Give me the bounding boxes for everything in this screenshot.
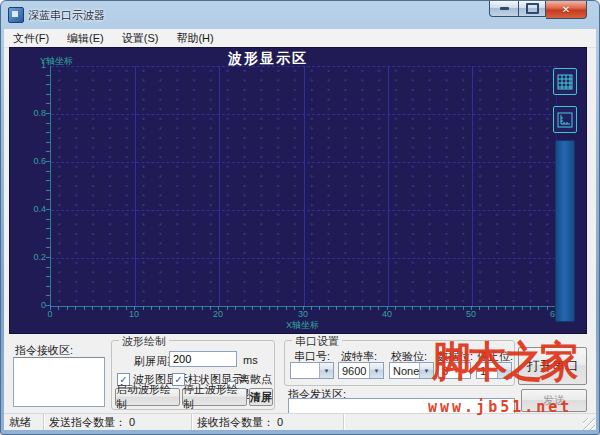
client-area: 文件(F) 编辑(E) 设置(S) 帮助(H) 波形显示区 Y轴坐标 (4, 29, 596, 430)
close-icon: ✕ (562, 4, 570, 15)
stop-bits-select[interactable]: 1 ▼ (476, 362, 512, 379)
menu-bar: 文件(F) 编辑(E) 设置(S) 帮助(H) (4, 29, 596, 48)
y-tick: 0.4 (18, 204, 46, 214)
clear-screen-button[interactable]: 清屏 (249, 388, 273, 406)
grid-hline (51, 162, 556, 163)
chevron-down-icon: ▼ (319, 363, 333, 378)
x-tick: 50 (456, 309, 486, 319)
maximize-button[interactable] (519, 1, 546, 17)
grid-icon (557, 74, 573, 90)
grid-vline (388, 66, 389, 306)
y-tick: 0.2 (18, 252, 46, 262)
grid-vline (304, 66, 305, 306)
x-tick: 30 (288, 309, 318, 319)
refresh-period-input[interactable] (169, 351, 237, 367)
app-icon (8, 7, 24, 23)
menu-help[interactable]: 帮助(H) (167, 29, 222, 48)
com-port-select[interactable]: ▼ (290, 362, 334, 379)
grid-toggle-button[interactable] (553, 68, 577, 95)
grid-hline (51, 66, 556, 67)
status-received-count: 接收指令数量： 0 (192, 414, 344, 430)
stop-drawing-button[interactable]: 停止波形绘制 (182, 388, 247, 406)
window-title: 深蓝串口示波器 (28, 8, 105, 23)
serial-group-title: 串口设置 (292, 334, 342, 349)
minimize-icon (500, 7, 509, 10)
chevron-down-icon: ▼ (497, 363, 511, 378)
x-tick: 10 (119, 309, 149, 319)
resize-grip[interactable] (583, 418, 595, 430)
baud-rate-select[interactable]: 9600 ▼ (338, 362, 384, 379)
y-tick: 0.6 (18, 156, 46, 166)
status-sent-count: 发送指令数量： 0 (44, 414, 192, 430)
plot-grid (50, 66, 557, 307)
status-ready: 就绪 (4, 414, 44, 430)
grid-hline (51, 114, 556, 115)
data-bits-select[interactable]: 8 (438, 362, 471, 379)
title-bar[interactable]: 深蓝串口示波器 ✕ (1, 1, 599, 29)
close-button[interactable]: ✕ (546, 1, 587, 19)
y-tick: 0.8 (18, 108, 46, 118)
grid-vline (219, 66, 220, 306)
y-tick-marks (46, 66, 50, 306)
x-tick: 0 (35, 309, 65, 319)
menu-edit[interactable]: 编辑(E) (58, 29, 113, 48)
axis-scale-icon (557, 112, 573, 128)
vertical-scrollbar[interactable] (555, 140, 575, 322)
x-tick: 20 (203, 309, 233, 319)
send-area-input[interactable] (288, 398, 515, 414)
status-bar: 就绪 发送指令数量： 0 接收指令数量： 0 (4, 413, 596, 430)
y-tick: 1 (18, 60, 46, 70)
axis-toggle-button[interactable] (553, 106, 577, 133)
menu-settings[interactable]: 设置(S) (113, 29, 168, 48)
serial-groupbox: 串口设置 串口号: 波特率: 校验位: 数据位: 停止位: ▼ 9600 ▼ N… (284, 340, 515, 386)
parity-select[interactable]: None ▼ (389, 362, 434, 379)
waveform-display: 波形显示区 Y轴坐标 1 0.8 0.6 0.4 0.2 0 (9, 47, 587, 334)
x-axis-label: X轴坐标 (50, 319, 555, 332)
waveform-groupbox: 波形绘制 刷屏周期： ms ✓ 波形图显示 ✓ 柱状图显示 ✓ 离散点显示 启动… (111, 340, 275, 410)
grid-vline (472, 66, 473, 306)
x-tick: 40 (372, 309, 402, 319)
grid-hline (51, 210, 556, 211)
chevron-down-icon: ▼ (419, 363, 433, 378)
refresh-unit-label: ms (243, 354, 258, 366)
app-window: 深蓝串口示波器 ✕ 文件(F) 编辑(E) 设置(S) 帮助(H) 波形显示区 … (0, 0, 600, 435)
maximize-icon (526, 3, 539, 14)
open-serial-button[interactable]: 打开串口 (518, 347, 587, 385)
start-drawing-button[interactable]: 启动波形绘制 (115, 388, 180, 406)
menu-file[interactable]: 文件(F) (4, 29, 58, 48)
chevron-down-icon: ▼ (369, 363, 383, 378)
grid-vline (135, 66, 136, 306)
send-button[interactable]: 发送 (521, 389, 587, 412)
grid-hline (51, 258, 556, 259)
waveform-group-title: 波形绘制 (119, 334, 169, 349)
minimize-button[interactable] (489, 1, 519, 17)
receive-area-label: 指令接收区: (15, 343, 73, 358)
receive-area-textbox[interactable] (13, 357, 105, 407)
